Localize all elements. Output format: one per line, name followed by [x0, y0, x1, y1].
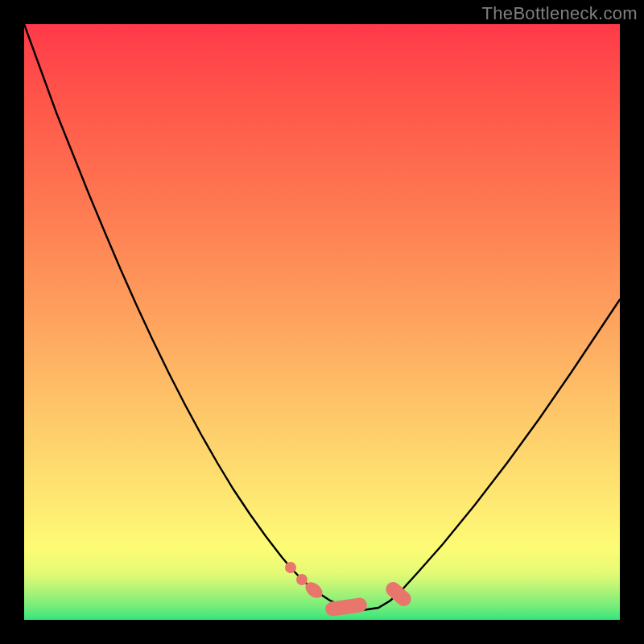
- bottleneck-curve: [24, 24, 620, 610]
- data-marker: [296, 574, 308, 585]
- data-marker: [383, 579, 415, 609]
- watermark-text: TheBottleneck.com: [482, 3, 638, 24]
- chart-svg: [24, 24, 620, 620]
- data-markers: [285, 562, 414, 617]
- data-marker: [285, 562, 296, 573]
- chart-frame: TheBottleneck.com: [0, 0, 644, 644]
- plot-area: [24, 24, 620, 620]
